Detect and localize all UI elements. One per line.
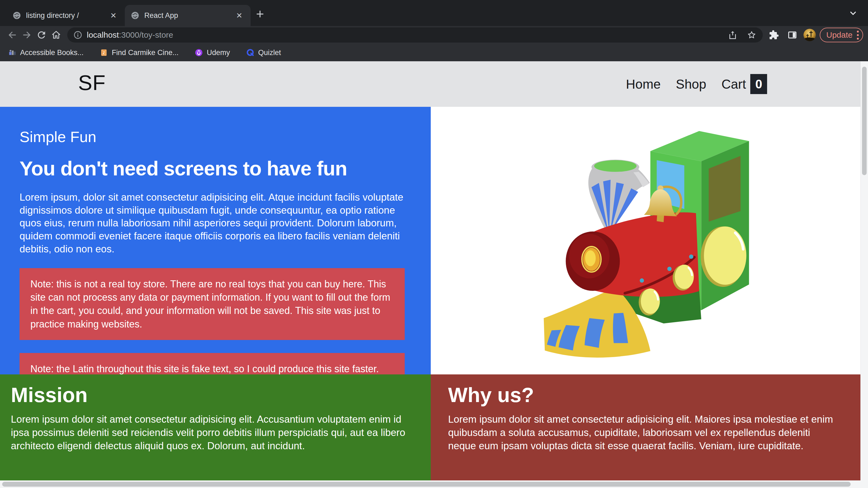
tab-search-chevron-icon[interactable] [848, 9, 858, 18]
profile-avatar[interactable] [803, 29, 816, 41]
tab-close-icon[interactable]: ✕ [234, 10, 245, 21]
address-bar[interactable]: localhost:3000/toy-store [67, 27, 763, 42]
reload-icon [36, 30, 47, 40]
side-panel-icon [787, 30, 798, 40]
hero-text-panel: Simple Fun You don't need screens to hav… [0, 107, 431, 375]
nav-link-home[interactable]: Home [626, 77, 661, 92]
side-panel-button[interactable] [785, 28, 800, 42]
bookmark-favicon-icon [195, 48, 203, 57]
browser-toolbar: localhost:3000/toy-store [0, 26, 868, 44]
page-info-icon[interactable] [73, 30, 83, 40]
tab-strip: listing directory / ✕ React App ✕ + [0, 0, 868, 26]
bookmark-favicon-icon: Z [100, 48, 108, 57]
bookmark-label: Udemy [207, 48, 230, 57]
new-tab-button[interactable]: + [256, 7, 264, 21]
tab-close-icon[interactable]: ✕ [108, 10, 119, 21]
cart-count-badge: 0 [750, 74, 767, 94]
home-button[interactable] [49, 28, 63, 42]
site-logo[interactable]: SF [78, 70, 106, 95]
tab-react-app[interactable]: React App ✕ [125, 5, 251, 26]
tab-title: listing directory / [26, 11, 103, 20]
vertical-scrollbar[interactable] [860, 61, 868, 480]
tab-title: React App [144, 11, 229, 20]
bookmark-favicon-icon [8, 48, 16, 57]
bookmarks-bar: Accessible Books... Z Find Carmike Cine.… [0, 44, 868, 61]
update-button[interactable]: Update [820, 28, 863, 42]
toy-train-illustration [526, 122, 765, 360]
star-icon [747, 30, 756, 40]
page-content: SF Home Shop Cart 0 Simple Fun You don't… [0, 61, 860, 480]
extensions-button[interactable] [767, 28, 781, 42]
hero-image-panel [431, 107, 860, 375]
browser-window: listing directory / ✕ React App ✕ + [0, 0, 868, 488]
bookmark-quizlet[interactable]: Quizlet [246, 48, 281, 57]
bookmark-accessible-books[interactable]: Accessible Books... [8, 48, 84, 57]
hero-kicker: Simple Fun [20, 128, 405, 145]
svg-text:Z: Z [103, 51, 105, 55]
why-us-title: Why us? [448, 383, 836, 407]
bookmark-label: Accessible Books... [20, 48, 84, 57]
bookmark-find-carmike[interactable]: Z Find Carmike Cine... [100, 48, 179, 57]
hero-section: Simple Fun You don't need screens to hav… [0, 107, 860, 375]
menu-kebab-icon[interactable] [857, 31, 859, 40]
forward-button[interactable] [20, 28, 34, 42]
reload-button[interactable] [34, 28, 49, 42]
update-label: Update [826, 30, 852, 40]
avatar-image [803, 29, 816, 41]
globe-favicon-icon [131, 11, 140, 20]
back-arrow-icon [7, 30, 18, 40]
back-button[interactable] [5, 28, 20, 42]
tab-listing-directory[interactable]: listing directory / ✕ [6, 5, 125, 26]
nav-link-cart[interactable]: Cart 0 [721, 74, 767, 94]
mission-body: Lorem ipsum dolor sit amet consectetur a… [11, 413, 412, 453]
toolbar-right-cluster: Update [767, 28, 863, 42]
site-header: SF Home Shop Cart 0 [0, 61, 860, 107]
forward-arrow-icon [22, 30, 32, 40]
horizontal-scrollbar[interactable] [0, 480, 868, 488]
hero-title: You don't need screens to have fun [20, 157, 405, 180]
globe-favicon-icon [12, 11, 21, 20]
bookmark-favicon-icon [246, 48, 254, 57]
home-icon [51, 30, 62, 40]
vertical-scrollbar-thumb[interactable] [862, 67, 867, 175]
bookmark-label: Find Carmike Cine... [112, 48, 179, 57]
bottom-sections: Mission Lorem ipsum dolor sit amet conse… [0, 375, 860, 480]
mission-section: Mission Lorem ipsum dolor sit amet conse… [0, 375, 431, 480]
cart-label: Cart [721, 77, 746, 92]
mission-title: Mission [11, 383, 412, 407]
url-text: localhost:3000/toy-store [87, 30, 173, 40]
why-us-body: Lorem ipsum dolor sit amet consectetur a… [448, 413, 836, 453]
share-icon [728, 30, 738, 40]
why-us-section: Why us? Lorem ipsum dolor sit amet conse… [431, 375, 860, 480]
share-button[interactable] [725, 28, 740, 42]
extensions-puzzle-icon [769, 30, 779, 40]
nav-link-shop[interactable]: Shop [676, 77, 706, 92]
bookmark-label: Quizlet [258, 48, 281, 57]
disclaimer-note-1: Note: this is not a real toy store. Ther… [20, 268, 405, 340]
bookmark-star-button[interactable] [744, 28, 759, 42]
hero-body: Lorem ipsum, dolor sit amet consectetur … [20, 191, 405, 256]
horizontal-scrollbar-thumb[interactable] [2, 482, 850, 487]
site-nav: Home Shop Cart 0 [626, 61, 767, 107]
page-viewport: SF Home Shop Cart 0 Simple Fun You don't… [0, 61, 868, 488]
bookmark-udemy[interactable]: Udemy [195, 48, 230, 57]
